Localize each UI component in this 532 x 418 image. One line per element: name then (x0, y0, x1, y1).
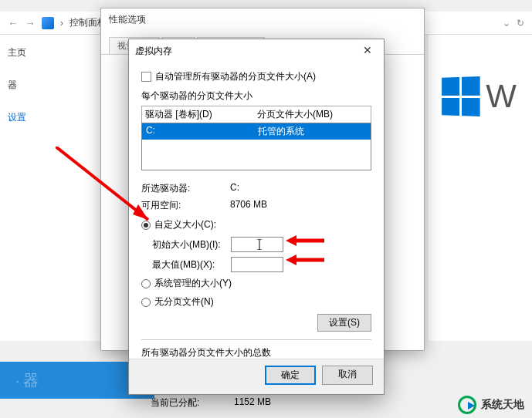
col-paging: 分页文件大小(MB) (257, 108, 333, 121)
selected-drive-label: 所选驱动器: (141, 182, 230, 195)
free-space-value: 8706 MB (230, 199, 267, 212)
taskbar-text: ·器 (15, 370, 42, 391)
ok-button[interactable]: 确定 (265, 366, 316, 385)
totals-label: 所有驱动器分页文件大小的总数 (141, 346, 371, 359)
refresh-icon[interactable]: ↻ (517, 18, 524, 29)
dialog-titlebar: 虚拟内存 ✕ (129, 39, 384, 62)
drive-status: 托管的系统 (258, 125, 304, 138)
watermark-icon (458, 396, 476, 414)
close-button[interactable]: ✕ (357, 43, 378, 59)
radio-system-managed[interactable] (141, 279, 151, 288)
drive-list-header: 驱动器 [卷标](D) 分页文件大小(MB) (141, 106, 371, 123)
watermark: 系统天地 (458, 396, 524, 414)
control-panel-sidebar: 主页 器 设置 (0, 35, 100, 341)
current-label: 当前已分配: (151, 396, 234, 410)
radio-none-label: 无分页文件(N) (154, 295, 214, 308)
drives-group-label: 每个驱动器的分页文件大小 (141, 89, 371, 103)
radio-system-label: 系统管理的大小(Y) (154, 277, 232, 290)
sidebar-item[interactable]: 设置 (8, 111, 93, 124)
cancel-button[interactable]: 取消 (322, 366, 373, 385)
drive-list[interactable]: C: 托管的系统 (141, 123, 371, 170)
watermark-text: 系统天地 (481, 398, 524, 412)
sidebar-item[interactable]: 主页 (8, 46, 93, 59)
drive-letter: C: (146, 125, 258, 138)
initial-size-input[interactable] (231, 237, 283, 252)
control-panel-icon (42, 17, 54, 29)
current-value: 1152 MB (234, 396, 271, 410)
radio-custom-label: 自定义大小(C): (154, 218, 216, 231)
windows-logo: W (441, 77, 517, 116)
auto-manage-checkbox[interactable] (141, 72, 151, 82)
radio-no-paging[interactable] (141, 298, 151, 307)
drive-row-c[interactable]: C: 托管的系统 (142, 123, 371, 140)
col-drive: 驱动器 [卷标](D) (145, 108, 257, 121)
radio-custom-size[interactable] (141, 221, 151, 230)
selected-drive-value: C: (230, 182, 239, 195)
dialog-footer: 确定 取消 (129, 359, 384, 394)
back-arrow-icon[interactable]: ← (8, 17, 19, 29)
dialog-title: 虚拟内存 (135, 45, 357, 58)
initial-size-label: 初始大小(MB)(I): (152, 238, 231, 251)
set-button[interactable]: 设置(S) (317, 314, 371, 332)
max-size-label: 最大值(MB)(X): (152, 258, 231, 271)
divider (141, 339, 371, 340)
auto-manage-label: 自动管理所有驱动器的分页文件大小(A) (155, 70, 316, 83)
sidebar-item[interactable]: 器 (8, 79, 93, 92)
windows-icon (442, 76, 480, 116)
virtual-memory-dialog: 虚拟内存 ✕ 自动管理所有驱动器的分页文件大小(A) 每个驱动器的分页文件大小 … (128, 39, 385, 395)
max-size-input[interactable] (231, 257, 283, 272)
window-title: 性能选项 (101, 8, 424, 31)
text-cursor-icon (257, 239, 263, 250)
dropdown-icon[interactable]: ⌄ (503, 18, 510, 29)
forward-arrow-icon[interactable]: → (25, 17, 36, 29)
chevron-right-icon: › (60, 18, 63, 29)
free-space-label: 可用空间: (141, 199, 230, 212)
windows-logo-text: W (486, 78, 517, 115)
